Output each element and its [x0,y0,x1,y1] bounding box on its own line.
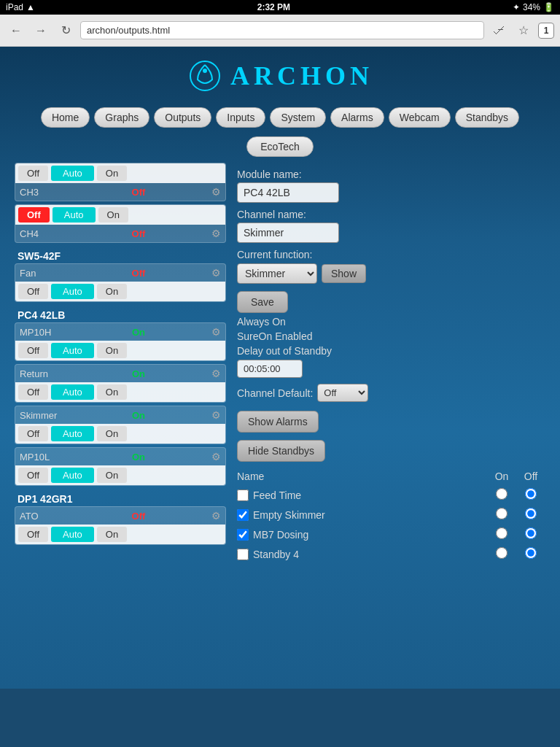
ato-off-btn[interactable]: Off [18,527,48,542]
feedtime-name: Feed Time [253,489,487,501]
nav-inputs[interactable]: Inputs [216,107,265,128]
mp10l-off-btn[interactable]: Off [18,468,48,483]
refresh-button[interactable]: ↻ [55,20,76,41]
channel-card-ch4: Off Auto On CH4 Off ⚙ [15,204,226,243]
ch3-top-auto-btn[interactable]: Auto [51,166,94,181]
function-row: Skimmer Always On Wavemaker Return Show [237,263,545,284]
skimmer-gear-icon[interactable]: ⚙ [206,409,221,421]
channel-default-select[interactable]: Off On [317,384,368,402]
time-display: 2:32 PM [257,2,290,12]
mp10h-on-btn[interactable]: On [97,343,127,358]
ato-auto-btn[interactable]: Auto [51,527,94,542]
channel-row-skimmer: Skimmer On ⚙ [15,406,225,424]
mp10h-off-btn[interactable]: Off [18,343,48,358]
ato-label: ATO [20,511,71,522]
ch4-top-on-btn[interactable]: On [98,207,128,222]
forward-button[interactable]: → [31,20,51,41]
hide-standbys-button[interactable]: Hide Standbys [237,440,325,462]
battery-label: 34% [523,2,540,12]
fan-auto-btn[interactable]: Auto [51,284,94,299]
mp10h-label: MP10H [20,327,71,338]
channel-default-label: Channel Default: [237,387,313,399]
mp10h-gear-icon[interactable]: ⚙ [206,326,221,338]
ato-status: Off [71,511,206,522]
bluetooth-icon: ✦ [513,2,520,12]
channel-name-input[interactable] [237,222,339,243]
emptyskimmer-checkbox[interactable] [237,509,249,521]
ch4-top-auto-btn[interactable]: Auto [52,207,96,222]
sureon-text: SureOn Enabled [237,330,545,342]
feedtime-radio-off[interactable] [525,488,537,500]
fan-on-btn[interactable]: On [97,284,127,299]
ecotech-button[interactable]: EcoTech [246,136,314,157]
delay-time-input[interactable] [237,360,303,378]
skimmer-auto-btn[interactable]: Auto [51,426,94,441]
channel-row-mp10l: MP10L On ⚙ [15,448,225,465]
show-alarms-button[interactable]: Show Alarms [237,411,319,433]
nav-home[interactable]: Home [41,107,90,128]
fan-status: Off [71,268,206,279]
share-button[interactable]: ⍻ [489,20,509,41]
fan-off-btn[interactable]: Off [18,284,48,299]
control-row-mp10l: Off Auto On [15,465,225,485]
feedtime-radio-on[interactable] [496,488,508,500]
return-status: On [71,368,206,379]
mb7dosing-radio-off[interactable] [525,527,537,539]
nav-alarms[interactable]: Alarms [330,107,384,128]
mp10h-status: On [71,327,206,338]
mp10l-auto-btn[interactable]: Auto [51,468,94,483]
ch3-gear-icon[interactable]: ⚙ [206,186,221,198]
skimmer-status: On [71,410,206,421]
battery-icon: 🔋 [543,2,554,12]
ch4-status: Off [71,228,206,239]
ato-on-btn[interactable]: On [97,527,127,542]
return-auto-btn[interactable]: Auto [51,384,94,400]
mp10h-auto-btn[interactable]: Auto [51,343,94,358]
standby4-checkbox[interactable] [237,549,249,560]
back-button[interactable]: ← [6,20,26,41]
emptyskimmer-name: Empty Skimmer [253,509,487,521]
function-select[interactable]: Skimmer Always On Wavemaker Return [237,263,317,284]
standby-row-standby4: Standby 4 [237,544,545,564]
module-name-input[interactable] [237,182,339,203]
ch3-status: Off [71,187,206,198]
return-gear-icon[interactable]: ⚙ [206,368,221,379]
nav-standbys[interactable]: Standbys [455,107,519,128]
header-off: Off [516,471,545,482]
skimmer-off-btn[interactable]: Off [18,426,48,441]
nav-graphs[interactable]: Graphs [94,107,149,128]
status-right: ✦ 34% 🔋 [513,2,554,12]
standby4-radio-on[interactable] [496,547,508,559]
channel-name-label: Channel name: [237,209,545,220]
return-off-btn[interactable]: Off [18,384,48,400]
fan-gear-icon[interactable]: ⚙ [206,267,221,279]
save-button[interactable]: Save [237,291,288,313]
ch3-top-off-btn[interactable]: Off [18,166,48,181]
emptyskimmer-radio-off[interactable] [525,508,537,519]
ch4-gear-icon[interactable]: ⚙ [206,228,221,239]
url-bar[interactable] [80,21,484,39]
ch4-top-off-btn[interactable]: Off [18,207,50,222]
show-button[interactable]: Show [322,264,366,283]
tab-count[interactable]: 1 [538,23,554,39]
mb7dosing-radio-on[interactable] [496,527,508,539]
nav-outputs[interactable]: Outputs [154,107,211,128]
standby4-radio-off[interactable] [525,547,537,559]
main-content: Off Auto On CH3 Off ⚙ Off Auto On [0,163,560,564]
emptyskimmer-radio-on[interactable] [496,508,508,519]
mb7dosing-name: MB7 Dosing [253,529,487,541]
ch3-top-on-btn[interactable]: On [97,166,127,181]
mb7dosing-checkbox[interactable] [237,529,249,541]
nav-webcam[interactable]: Webcam [389,107,451,128]
bookmark-button[interactable]: ☆ [513,20,534,41]
mp10l-gear-icon[interactable]: ⚙ [206,451,221,462]
browser-bar: ← → ↻ ⍻ ☆ 1 [0,15,560,47]
module-name-label: Module name: [237,169,545,180]
nav-system[interactable]: System [270,107,326,128]
feedtime-checkbox[interactable] [237,489,249,501]
return-on-btn[interactable]: On [97,384,127,400]
page-background: ARCHON Home Graphs Outputs Inputs System… [0,47,560,689]
skimmer-on-btn[interactable]: On [97,426,127,441]
mp10l-on-btn[interactable]: On [97,468,127,483]
ato-gear-icon[interactable]: ⚙ [206,510,221,522]
